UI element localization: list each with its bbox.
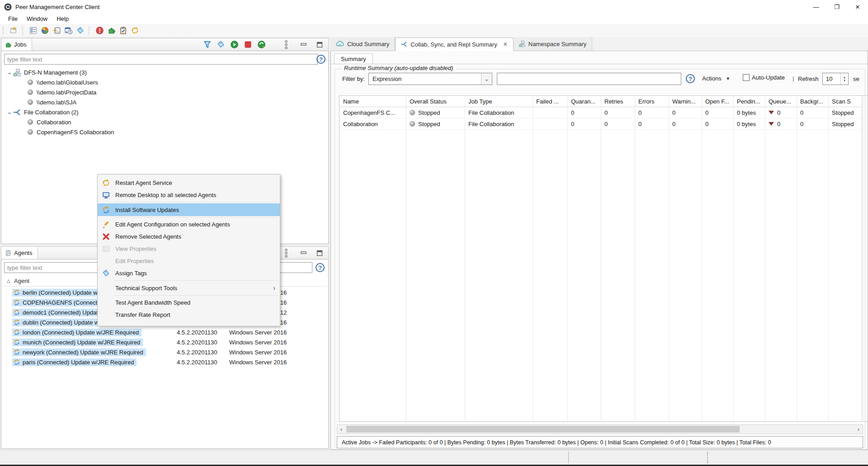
summary-editor: Cloud Summary Collab, Sync, and Repl Sum… <box>330 37 868 450</box>
agents-minimize-button[interactable] <box>298 248 309 259</box>
puzzle-icon <box>108 27 115 34</box>
menu-item-install-software-updates[interactable]: Install Software Updates <box>98 203 280 216</box>
tree-item-job[interactable]: \\demo.lab\GlobalUsers <box>2 77 327 87</box>
tab-collab-sync-repl-summary[interactable]: Collab, Sync, and Repl Summary ✕ <box>395 38 514 51</box>
filter-expression-input[interactable] <box>497 73 681 85</box>
trim-drag-handle[interactable] <box>707 452 708 463</box>
namespace-icon <box>519 41 525 47</box>
runtime-summary-table: Name Overall Status Job Type Failed ... … <box>339 95 868 422</box>
tree-item-job[interactable]: \\demo.lab\ProjectData <box>2 87 327 97</box>
agent-row[interactable]: newyork (Connected) Update w/JRE Require… <box>2 347 327 357</box>
stop-job-button[interactable] <box>242 39 253 50</box>
agent-row[interactable]: london (Connected) Update w/JRE Required… <box>2 327 327 337</box>
agent-row[interactable]: munich (Connected) Update w/JRE Required… <box>2 337 327 347</box>
agent-update-icon <box>14 309 20 315</box>
server-icon <box>5 250 11 256</box>
scroll-left-arrow[interactable]: ‹ <box>337 425 345 433</box>
vertical-scrollbar[interactable] <box>862 96 868 421</box>
tab-agents[interactable]: Agents <box>1 247 38 259</box>
tab-jobs[interactable]: Jobs <box>1 38 32 51</box>
tree-item-dfsn-management[interactable]: ⌄ DFS-N Management (3) <box>2 67 327 77</box>
toolbar-separator <box>89 27 91 35</box>
remove-x-icon <box>102 233 110 240</box>
tree-item-job[interactable]: CopenhagenFS Collaboration <box>2 127 327 137</box>
menu-item-technical-support-tools[interactable]: Technical Support Tools › <box>98 282 280 294</box>
table-header-row[interactable]: Name Overall Status Job Type Failed ... … <box>340 96 868 107</box>
restore-window-button[interactable]: ❐ <box>826 0 847 14</box>
menu-help[interactable]: Help <box>52 14 73 23</box>
dashboard-button[interactable] <box>39 25 50 36</box>
alerts-button[interactable] <box>94 25 105 36</box>
jobs-button[interactable] <box>106 25 117 36</box>
tab-summary[interactable]: Summary <box>334 53 373 64</box>
alert-icon <box>96 27 104 34</box>
actions-caret-icon: ▼ <box>726 76 730 81</box>
tags-button[interactable] <box>75 25 85 36</box>
close-tab-icon[interactable]: ✕ <box>503 41 508 47</box>
actions-dropdown[interactable]: Actions ▼ <box>702 75 730 82</box>
checkbox-box[interactable] <box>743 74 750 81</box>
restart-job-button[interactable] <box>256 39 267 50</box>
scroll-right-arrow[interactable]: › <box>854 425 863 433</box>
toolbar-separator <box>3 27 5 35</box>
menu-file[interactable]: File <box>4 14 22 23</box>
remote-desktop-icon <box>102 191 110 199</box>
agent-update-icon <box>14 359 20 365</box>
menu-item-test-agent-bandwidth-speed[interactable]: Test Agent Bandwidth Speed <box>98 297 280 309</box>
close-window-button[interactable]: ✕ <box>847 0 868 14</box>
filter-jobs-button[interactable] <box>202 39 212 50</box>
minimize-window-button[interactable]: — <box>806 0 826 14</box>
menu-item-view-properties[interactable]: View Properties <box>98 243 280 255</box>
menu-item-restart-agent-service[interactable]: Restart Agent Service <box>98 177 280 189</box>
scrollbar-thumb[interactable] <box>346 426 740 433</box>
auto-update-checkbox[interactable]: Auto-Update <box>743 74 785 81</box>
menu-item-edit-properties[interactable]: Edit Properties <box>98 255 280 267</box>
agents-filter-help-icon[interactable]: ? <box>316 263 325 272</box>
status-sphere-icon <box>28 89 33 95</box>
schedule-button[interactable] <box>63 25 74 36</box>
tab-cloud-summary[interactable]: Cloud Summary <box>330 37 395 51</box>
jobs-view-tab-bar: Jobs <box>1 38 329 51</box>
filter-mode-combo[interactable]: Expression ⌄ <box>368 73 492 85</box>
horizontal-scrollbar[interactable]: ‹ › <box>337 424 863 434</box>
agents-view-menu-button[interactable] <box>281 248 292 259</box>
agents-maximize-button[interactable] <box>314 248 325 259</box>
table-row[interactable]: Collaboration Stopped File Collaboration… <box>340 118 868 130</box>
table-column-grid <box>340 96 862 421</box>
menu-item-remote-desktop[interactable]: Remote Desktop to all selected Agents <box>98 189 280 201</box>
chevron-down-icon[interactable]: ⌄ <box>6 109 13 115</box>
jobs-filter-input[interactable] <box>4 54 318 65</box>
filter-help-icon[interactable]: ? <box>686 74 695 83</box>
agent-activity-button[interactable] <box>51 25 62 36</box>
spinner-down-icon[interactable]: ▼ <box>843 79 846 82</box>
table-row[interactable]: CopenhagenFS C... Stopped File Collabora… <box>340 107 868 118</box>
job-tags-button[interactable] <box>215 39 226 50</box>
jobs-view-menu-button[interactable] <box>281 39 292 50</box>
menu-item-assign-tags[interactable]: Assign Tags <box>98 267 280 279</box>
new-job-button[interactable] <box>8 25 19 36</box>
refresh-interval-spinner[interactable]: 10 ▲▼ <box>822 73 849 85</box>
tree-item-job[interactable]: \\demo.lab\SJA <box>2 97 327 107</box>
refresh-button[interactable] <box>129 25 140 36</box>
tab-namespace-summary[interactable]: Namespace Summary <box>514 37 593 51</box>
tasks-button[interactable] <box>118 25 128 36</box>
chevron-down-icon[interactable]: ⌄ <box>6 69 13 75</box>
agents-view-toolbar <box>280 248 328 259</box>
jobs-maximize-button[interactable] <box>314 39 325 50</box>
jobs-minimize-button[interactable] <box>298 39 309 50</box>
start-job-button[interactable] <box>229 39 240 50</box>
menu-item-edit-agent-configuration[interactable]: Edit Agent Configuration on selected Age… <box>98 218 280 231</box>
divider: | <box>793 75 794 82</box>
preferences-button[interactable] <box>28 25 38 36</box>
tree-item-job[interactable]: Collaboration <box>2 117 327 127</box>
menu-item-transfer-rate-report[interactable]: Transfer Rate Report <box>98 309 280 321</box>
tree-item-file-collaboration[interactable]: ⌄ File Collaboration (2) <box>2 107 327 117</box>
spinner-up-icon[interactable]: ▲ <box>843 76 846 79</box>
menu-item-remove-selected-agents[interactable]: Remove Selected Agents <box>98 231 280 243</box>
menu-window[interactable]: Window <box>22 14 52 23</box>
filter-funnel-icon <box>203 41 211 48</box>
agent-update-icon <box>14 329 20 335</box>
jobs-filter-help-icon[interactable]: ? <box>316 55 326 64</box>
agent-row[interactable]: paris (Connected) Update w/JRE Required4… <box>2 357 327 367</box>
combo-chevron-icon[interactable]: ⌄ <box>481 73 492 85</box>
